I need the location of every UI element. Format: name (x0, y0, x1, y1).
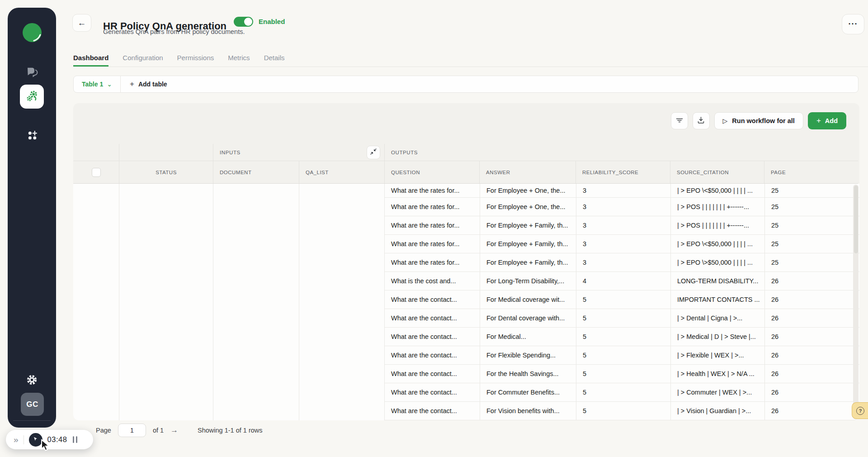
answer-cell[interactable]: For the Health Savings... (480, 365, 576, 383)
user-avatar[interactable]: GC (21, 393, 44, 416)
header-cell-document[interactable]: DOCUMENT (213, 161, 299, 183)
question-cell[interactable]: What are the rates for... (385, 235, 480, 253)
page-cell[interactable]: 26 (764, 272, 858, 290)
vertical-scrollbar[interactable] (853, 185, 859, 419)
reliability-score-cell[interactable]: 3 (576, 184, 670, 197)
answer-cell[interactable]: For Employee + One, the... (480, 184, 576, 197)
page-cell[interactable]: 26 (764, 402, 858, 420)
page-cell[interactable]: 25 (764, 184, 858, 197)
pause-icon[interactable] (73, 436, 77, 443)
question-cell[interactable]: What are the contact... (385, 365, 480, 383)
reliability-score-cell[interactable]: 5 (576, 365, 670, 383)
brand-logo-icon[interactable] (22, 22, 42, 43)
enabled-toggle[interactable] (234, 17, 253, 27)
table-row[interactable]: What are the contact... For Dental cover… (385, 309, 859, 328)
tab-metrics[interactable]: Metrics (228, 50, 250, 67)
table-row[interactable]: What are the contact... For Medical cove… (385, 290, 859, 309)
tab-details[interactable]: Details (264, 50, 285, 67)
table-row[interactable]: What are the rates for... For Employee +… (385, 184, 859, 198)
select-all-checkbox[interactable] (92, 168, 101, 177)
source-citation-cell[interactable]: | > EPO \>$50,000 | | | | ... (670, 253, 764, 271)
question-cell[interactable]: What are the rates for... (385, 253, 480, 271)
source-citation-cell[interactable]: | > Health | WEX | > N/A ... (670, 365, 764, 383)
tab-permissions[interactable]: Permissions (177, 50, 214, 67)
source-citation-cell[interactable]: LONG-TERM DISABILITY... (670, 272, 764, 290)
answer-cell[interactable]: For Employee + Family, th... (480, 235, 576, 253)
source-citation-cell[interactable]: | > Commuter | WEX | >... (670, 383, 764, 401)
page-cell[interactable]: 25 (764, 216, 858, 234)
reliability-score-cell[interactable]: 3 (576, 253, 670, 271)
page-cell[interactable]: 26 (764, 309, 858, 327)
question-cell[interactable]: What are the rates for... (385, 216, 480, 234)
sidebar-item-apps[interactable] (8, 128, 56, 144)
help-button[interactable]: ? (852, 402, 868, 419)
tab-configuration[interactable]: Configuration (123, 50, 163, 67)
table-selector-dropdown[interactable]: Table 1 ⌄ (74, 76, 120, 92)
table-row[interactable]: What is the cost and... For Long-Term Di… (385, 272, 859, 290)
header-cell-status[interactable]: STATUS (119, 161, 213, 183)
source-citation-cell[interactable]: | > EPO \<$50,000 | | | | ... (670, 235, 764, 253)
tab-dashboard[interactable]: Dashboard (73, 50, 108, 67)
reliability-score-cell[interactable]: 3 (576, 235, 670, 253)
question-cell[interactable]: What are the contact... (385, 290, 480, 309)
answer-cell[interactable]: For Long-Term Disability,... (480, 272, 576, 290)
reliability-score-cell[interactable]: 5 (576, 383, 670, 401)
header-cell-reliability-score[interactable]: RELIABILITY_SCORE (576, 161, 670, 183)
reliability-score-cell[interactable]: 5 (576, 346, 670, 364)
table-row[interactable]: What are the contact... For Commuter Ben… (385, 383, 859, 402)
question-cell[interactable]: What are the contact... (385, 346, 480, 364)
next-page-icon[interactable]: → (170, 426, 178, 435)
header-cell-qa-list[interactable]: QA_LIST (299, 161, 384, 183)
question-cell[interactable]: What are the contact... (385, 383, 480, 401)
qa-list-cell[interactable] (299, 184, 384, 420)
reliability-score-cell[interactable]: 5 (576, 290, 670, 309)
source-citation-cell[interactable]: | > POS | | | | | | | +------... (670, 216, 764, 234)
table-row[interactable]: What are the rates for... For Employee +… (385, 253, 859, 272)
question-cell[interactable]: What is the cost and... (385, 272, 480, 290)
table-row[interactable]: What are the rates for... For Employee +… (385, 216, 859, 235)
header-cell-page[interactable]: PAGE (764, 161, 858, 183)
more-options-button[interactable]: ··· (842, 14, 864, 34)
answer-cell[interactable]: For Employee + Family, th... (480, 253, 576, 271)
answer-cell[interactable]: For Employee + Family, th... (480, 216, 576, 234)
answer-cell[interactable]: For Vision benefits with... (480, 402, 576, 420)
reliability-score-cell[interactable]: 5 (576, 309, 670, 327)
collapse-inputs-button[interactable] (367, 146, 380, 159)
recording-indicator[interactable] (29, 433, 42, 447)
sidebar-item-workflows-active[interactable] (20, 85, 44, 109)
answer-cell[interactable]: For Employee + One, the... (480, 198, 576, 216)
question-cell[interactable]: What are the rates for... (385, 184, 480, 197)
reliability-score-cell[interactable]: 5 (576, 328, 670, 346)
run-workflow-button[interactable]: ▷ Run workflow for all (714, 112, 803, 129)
filter-button[interactable] (671, 112, 688, 129)
answer-cell[interactable]: For Flexible Spending... (480, 346, 576, 364)
document-cell[interactable] (213, 184, 299, 420)
status-cell[interactable] (119, 184, 213, 420)
answer-cell[interactable]: For Dental coverage with... (480, 309, 576, 327)
reliability-score-cell[interactable]: 5 (576, 402, 670, 420)
add-row-button[interactable]: + Add (808, 112, 846, 129)
back-button[interactable]: ← (72, 14, 91, 32)
collapse-recorder-icon[interactable]: » (14, 435, 19, 444)
answer-cell[interactable]: For Medical... (480, 328, 576, 346)
question-cell[interactable]: What are the contact... (385, 402, 480, 420)
source-citation-cell[interactable]: | > Vision | Guardian | >... (670, 402, 764, 420)
sidebar-item-chat[interactable] (8, 65, 56, 81)
page-cell[interactable]: 26 (764, 328, 858, 346)
answer-cell[interactable]: For Commuter Benefits... (480, 383, 576, 401)
page-cell[interactable]: 26 (764, 383, 858, 401)
table-row[interactable]: What are the contact... For Flexible Spe… (385, 346, 859, 365)
reliability-score-cell[interactable]: 3 (576, 216, 670, 234)
add-table-button[interactable]: + Add table (121, 76, 176, 92)
table-row[interactable]: What are the rates for... For Employee +… (385, 198, 859, 216)
header-cell-question[interactable]: QUESTION (384, 161, 479, 183)
page-cell[interactable]: 25 (764, 198, 858, 216)
sidebar-item-settings[interactable] (8, 372, 56, 389)
row-select-cell[interactable] (73, 184, 119, 420)
table-row[interactable]: What are the contact... For Medical... 5… (385, 328, 859, 346)
question-cell[interactable]: What are the contact... (385, 309, 480, 327)
page-cell[interactable]: 25 (764, 235, 858, 253)
table-row[interactable]: What are the contact... For the Health S… (385, 365, 859, 383)
header-cell-answer[interactable]: ANSWER (479, 161, 576, 183)
page-cell[interactable]: 26 (764, 365, 858, 383)
